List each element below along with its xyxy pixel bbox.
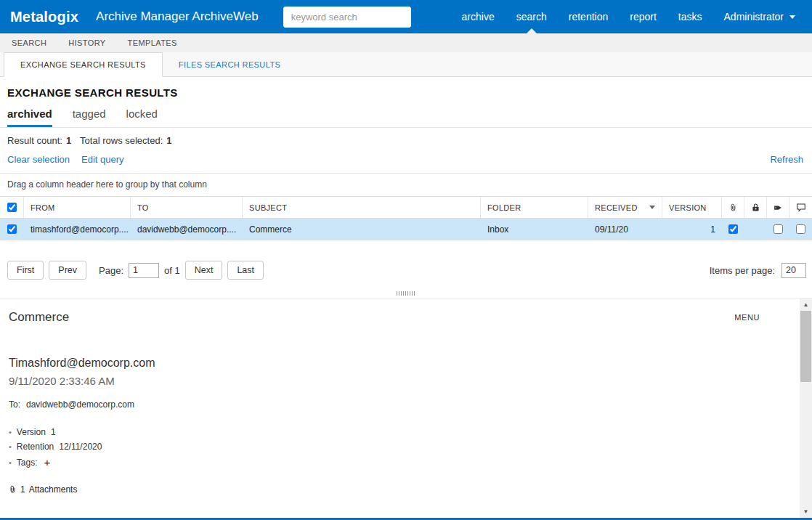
row-select-cell [0,219,24,240]
column-header-lock[interactable] [744,197,767,218]
row-comment-checkbox[interactable] [796,224,805,234]
version-row: • Version 1 [9,427,771,437]
archiveweb-app: Metalogix Archive Manager ArchiveWeb arc… [0,0,812,520]
column-header-received-label: RECEIVED [595,203,638,212]
cell-attachment [722,219,744,240]
cell-comment [789,219,812,240]
grid-header-row: FROM TO SUBJECT FOLDER RECEIVED VERSION [0,197,812,219]
paperclip-icon [729,203,737,213]
nav-retention[interactable]: retention [558,0,619,33]
column-header-to[interactable]: TO [131,197,243,218]
column-header-tag[interactable] [767,197,789,218]
retention-label: Retention [17,442,54,452]
splitter-grip-icon[interactable] [397,291,415,296]
row-attachment-checkbox[interactable] [728,224,738,234]
result-filter-tabs: archived tagged locked [0,107,812,127]
pagination-bar: First Prev Page: of 1 Next Last Items pe… [0,240,812,288]
preview-from-address: Timashford@democorp.com [9,357,771,370]
last-page-button[interactable]: Last [227,261,264,280]
to-label: To: [9,399,20,410]
column-header-version[interactable]: VERSION [662,197,722,218]
nav-user-menu[interactable]: Administrator [713,0,806,33]
keyword-search-input[interactable] [283,7,411,28]
rows-selected-value: 1 [166,135,171,146]
scroll-down-icon[interactable]: ▼ [800,505,812,518]
nav-search[interactable]: search [506,0,558,33]
result-row[interactable]: timashford@democorp.... davidwebb@democo… [0,219,812,240]
preview-date: 9/11/2020 2:33:46 AM [9,375,771,387]
cell-folder: Inbox [481,219,588,240]
preview-to-row: To: davidwebb@democorp.com [9,399,771,410]
page-title: EXCHANGE SEARCH RESULTS [7,86,812,99]
refresh-link[interactable]: Refresh [770,154,803,165]
filter-dropdown-icon[interactable] [649,206,655,209]
pane-splitter[interactable] [0,288,812,298]
nav-tasks[interactable]: tasks [667,0,713,33]
items-per-page-input[interactable] [781,263,806,278]
preview-menu-button[interactable]: MENU [734,313,760,322]
page-of-label: of 1 [164,265,180,276]
filter-archived[interactable]: archived [7,107,52,127]
attachments-label: Attachments [29,484,78,495]
nav-report[interactable]: report [619,0,667,33]
tags-row: • Tags: + [9,456,771,468]
message-preview-pane: Commerce MENU Timashford@democorp.com 9/… [0,298,812,518]
column-header-comment[interactable] [789,197,812,218]
result-summary: Result count: 1 Total rows selected: 1 [0,128,812,152]
preview-meta-list: • Version 1 • Retention 12/11/2020 • Tag… [9,427,771,468]
items-per-page-label: Items per page: [710,265,775,276]
retention-value: 12/11/2020 [59,442,102,452]
row-tag-checkbox[interactable] [774,224,783,234]
scroll-up-icon[interactable]: ▲ [800,298,812,311]
subnav-templates[interactable]: TEMPLATES [128,38,177,47]
main-content: EXCHANGE SEARCH RESULTS archived tagged … [0,77,812,518]
cell-subject: Commerce [243,219,481,240]
metalogix-logo: Metalogix [10,9,78,25]
cell-to: davidwebb@democorp.... [131,219,243,240]
group-by-drop-zone[interactable]: Drag a column header here to group by th… [0,174,812,196]
column-header-attachment[interactable] [722,197,744,218]
cell-tag [767,219,789,240]
bullet-icon: • [9,442,12,451]
page-label: Page: [99,265,123,276]
add-tag-button[interactable]: + [44,456,51,468]
attachments-row[interactable]: 1 Attachments [9,484,771,495]
result-actions: Clear selection Edit query Refresh [0,152,812,173]
cell-lock [744,219,767,240]
filter-locked[interactable]: locked [126,107,158,127]
column-header-subject[interactable]: SUBJECT [243,197,481,218]
scrollbar-thumb[interactable] [800,311,811,382]
result-count-value: 1 [66,135,71,146]
items-per-page-group: Items per page: [710,263,806,278]
primary-nav: archive search retention report tasks Ad… [451,0,806,33]
preview-to-address: davidwebb@democorp.com [26,399,134,410]
subnav-history[interactable]: HISTORY [68,38,105,47]
row-select-checkbox[interactable] [7,224,17,234]
page-number-input[interactable] [129,263,159,278]
chevron-down-icon [789,15,795,19]
prev-page-button[interactable]: Prev [49,261,86,280]
subnav-search[interactable]: SEARCH [12,38,46,47]
result-count-label: Result count: [7,135,62,146]
first-page-button[interactable]: First [7,261,44,280]
preview-header: Commerce MENU [9,310,771,325]
top-bar: Metalogix Archive Manager ArchiveWeb arc… [0,0,812,33]
column-header-received[interactable]: RECEIVED [588,197,662,218]
preview-scrollbar[interactable]: ▲ ▼ [800,298,812,518]
select-all-checkbox[interactable] [7,203,17,212]
cell-version: 1 [662,219,722,240]
filter-tagged[interactable]: tagged [73,107,106,127]
results-tab-bar: EXCHANGE SEARCH RESULTS FILES SEARCH RES… [0,52,812,77]
nav-archive[interactable]: archive [451,0,506,33]
tab-files-search-results[interactable]: FILES SEARCH RESULTS [163,52,296,76]
tab-exchange-search-results[interactable]: EXCHANGE SEARCH RESULTS [4,52,163,77]
results-grid: FROM TO SUBJECT FOLDER RECEIVED VERSION [0,196,812,240]
edit-query-link[interactable]: Edit query [81,154,124,165]
paperclip-icon [9,484,17,495]
clear-selection-link[interactable]: Clear selection [7,154,70,165]
column-header-folder[interactable]: FOLDER [481,197,588,218]
next-page-button[interactable]: Next [185,261,223,280]
app-title: Archive Manager ArchiveWeb [96,9,259,24]
attachment-count: 1 [20,484,25,495]
column-header-from[interactable]: FROM [24,197,131,218]
